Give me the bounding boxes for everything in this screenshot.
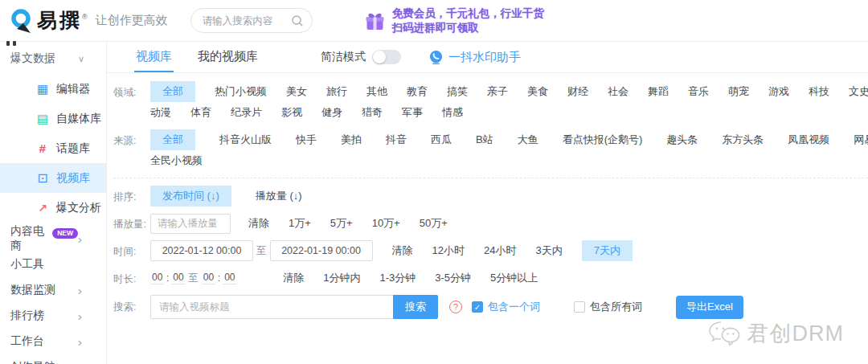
app-header: 易撰 ® 让创作更高效 免费会员，千元礼包，行业干货 扫码进群即可领取 xyxy=(0,0,868,42)
sidebar-link[interactable]: 创作导航 xyxy=(0,354,106,364)
domain-option[interactable]: 舞蹈 xyxy=(648,84,669,99)
domain-option[interactable]: 体育 xyxy=(190,105,211,120)
duration-sec1-input[interactable] xyxy=(171,272,185,284)
time-option[interactable]: 3天内 xyxy=(535,243,562,258)
time-end-input[interactable] xyxy=(270,240,373,261)
sort-label: 排序: xyxy=(113,186,150,204)
duration-min1-input[interactable] xyxy=(150,272,164,284)
duration-option[interactable]: 5分钟以上 xyxy=(490,271,538,285)
sort-options: 发布时间 (↓)播放量 (↓) xyxy=(150,186,302,207)
source-option[interactable]: 抖音火山版 xyxy=(219,133,272,147)
contains-all-words-option[interactable]: 包含所有词 xyxy=(574,300,642,314)
promo-banner[interactable]: 免费会员，千元礼包，行业干货 扫码进群即可领取 xyxy=(364,6,544,35)
simple-mode-toggle[interactable] xyxy=(372,50,401,64)
sidebar-link-label: 数据监测 xyxy=(10,283,55,297)
domain-option[interactable]: 教育 xyxy=(407,84,428,99)
header-search[interactable] xyxy=(190,8,313,33)
logo[interactable]: 易撰 ® xyxy=(10,8,88,34)
source-option[interactable]: 凤凰视频 xyxy=(788,133,829,147)
search-icon[interactable] xyxy=(291,14,304,27)
time-option[interactable]: 12小时 xyxy=(432,243,465,258)
domain-option[interactable]: 游戏 xyxy=(768,84,789,99)
domain-option[interactable]: 亲子 xyxy=(487,84,508,99)
duration-option[interactable]: 1-3分钟 xyxy=(379,271,416,285)
plays-option[interactable]: 清除 xyxy=(248,216,269,231)
domain-option[interactable]: 健身 xyxy=(321,105,342,120)
export-excel-button[interactable]: 导出Excel xyxy=(676,296,743,319)
source-option[interactable]: 网易视频 xyxy=(854,133,868,147)
dashed-divider xyxy=(113,178,868,178)
domain-option[interactable]: 音乐 xyxy=(688,84,709,99)
sidebar-link[interactable]: 内容电商 NEW › xyxy=(0,226,106,252)
sidebar-item[interactable]: 视频库 xyxy=(0,163,106,193)
domain-option[interactable]: 文史 xyxy=(849,84,868,99)
sidebar-link[interactable]: 排行榜 › xyxy=(0,303,106,329)
source-option[interactable]: 抖音 xyxy=(386,133,407,147)
source-option[interactable]: 美拍 xyxy=(341,133,362,147)
duration-min2-input[interactable] xyxy=(202,272,215,284)
domain-option[interactable]: 影视 xyxy=(281,105,302,120)
plays-option[interactable]: 50万+ xyxy=(420,216,448,231)
duration-option[interactable]: 1分钟内 xyxy=(323,271,360,285)
time-option[interactable]: 24小时 xyxy=(484,243,516,258)
sort-option[interactable]: 播放量 (↓) xyxy=(256,189,302,203)
checkbox-unchecked-icon[interactable] xyxy=(574,301,585,313)
plays-input[interactable] xyxy=(150,214,231,234)
sidebar: 爆文数据 ∨ 编辑器 自媒体库 话题库 xyxy=(0,42,107,364)
domain-option[interactable]: 其他 xyxy=(366,84,387,99)
time-option[interactable]: 7天内 xyxy=(582,240,633,261)
sidebar-item[interactable]: 话题库 xyxy=(0,133,106,163)
domain-option[interactable]: 社会 xyxy=(608,84,628,99)
domain-option[interactable]: 情感 xyxy=(442,105,463,120)
help-icon[interactable]: ? xyxy=(449,301,462,313)
time-to-label: 至 xyxy=(256,244,267,258)
sidebar-group-hot-data[interactable]: 爆文数据 ∨ xyxy=(0,43,106,74)
domain-option[interactable]: 科技 xyxy=(809,84,829,99)
source-option[interactable]: B站 xyxy=(476,133,493,147)
sort-option[interactable]: 发布时间 (↓) xyxy=(150,186,231,207)
sidebar-link[interactable]: 数据监测 › xyxy=(0,277,106,303)
domain-option[interactable]: 美女 xyxy=(286,84,307,99)
domain-option[interactable]: 军事 xyxy=(402,105,423,120)
tab-my-video-library[interactable]: 我的视频库 xyxy=(196,42,260,72)
domain-option[interactable]: 动漫 xyxy=(150,105,171,120)
duration-sec2-input[interactable] xyxy=(223,272,236,284)
source-option[interactable]: 大鱼 xyxy=(518,133,538,147)
domain-option[interactable]: 热门小视频 xyxy=(215,84,267,99)
plays-option[interactable]: 5万+ xyxy=(330,216,353,231)
source-option[interactable]: 西瓜 xyxy=(431,133,452,147)
contains-one-word-option[interactable]: 包含一个词 xyxy=(472,300,540,314)
sidebar-link[interactable]: 小工具 xyxy=(0,252,106,277)
time-start-input[interactable] xyxy=(150,240,253,261)
source-option[interactable]: 快手 xyxy=(296,133,317,147)
domain-option[interactable]: 美食 xyxy=(527,84,548,99)
checkbox-checked-icon[interactable] xyxy=(472,301,483,313)
time-option[interactable]: 清除 xyxy=(392,243,413,258)
duration-option[interactable]: 3-5分钟 xyxy=(435,271,471,285)
sidebar-menu: 编辑器 自媒体库 话题库 视频库 xyxy=(0,74,106,223)
sidebar-link[interactable]: 工作台 › xyxy=(0,329,106,354)
domain-option[interactable]: 纪录片 xyxy=(231,105,262,120)
domain-option[interactable]: 搞笑 xyxy=(447,84,468,99)
sidebar-item[interactable]: 编辑器 xyxy=(0,74,106,104)
source-option[interactable]: 看点快报(企鹅号) xyxy=(563,133,643,147)
source-option[interactable]: 全部 xyxy=(150,129,195,150)
sidebar-item[interactable]: 爆文分析 xyxy=(0,193,106,223)
domain-option[interactable]: 全部 xyxy=(150,81,195,102)
sidebar-item[interactable]: 自媒体库 xyxy=(0,104,106,133)
watermark-assistant-link[interactable]: 一抖水印助手 xyxy=(428,50,521,65)
source-option[interactable]: 全民小视频 xyxy=(150,153,203,168)
domain-option[interactable]: 萌宠 xyxy=(728,84,749,99)
source-option[interactable]: 趣头条 xyxy=(666,133,698,147)
domain-option[interactable]: 财经 xyxy=(567,84,588,99)
plays-option[interactable]: 1万+ xyxy=(289,216,311,231)
search-button[interactable]: 搜索 xyxy=(393,295,438,319)
video-title-search-input[interactable] xyxy=(150,295,393,319)
source-option[interactable]: 东方头条 xyxy=(722,133,764,147)
header-search-input[interactable] xyxy=(203,15,291,27)
tab-video-library[interactable]: 视频库 xyxy=(134,42,174,72)
domain-option[interactable]: 旅行 xyxy=(326,84,347,99)
plays-option[interactable]: 10万+ xyxy=(372,216,400,231)
duration-option[interactable]: 清除 xyxy=(283,271,304,285)
domain-option[interactable]: 猎奇 xyxy=(362,105,383,120)
